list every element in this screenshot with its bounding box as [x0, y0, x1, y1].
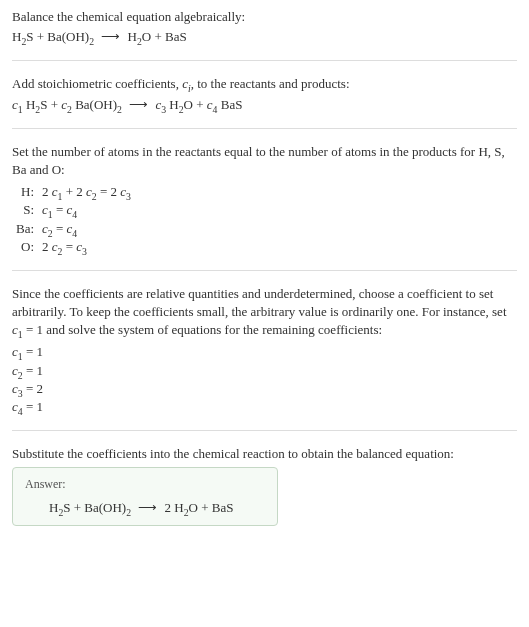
- section-problem: Balance the chemical equation algebraica…: [12, 8, 517, 61]
- atom-table: H:2 c1 + 2 c2 = 2 c3S:c1 = c4Ba:c2 = c4O…: [12, 183, 135, 256]
- solve-text: Since the coefficients are relative quan…: [12, 285, 517, 340]
- answer-box: Answer: H2S + Ba(OH)2 ⟶ 2 H2O + BaS: [12, 467, 278, 526]
- section-answer: Substitute the coefficients into the che…: [12, 445, 517, 526]
- coeff-line: c2 = 1: [12, 362, 517, 380]
- atom-balance-text: Set the number of atoms in the reactants…: [12, 143, 517, 179]
- atom-row: O:2 c2 = c3: [12, 238, 135, 256]
- element-equation: 2 c1 + 2 c2 = 2 c3: [38, 183, 135, 201]
- problem-text: Balance the chemical equation algebraica…: [12, 8, 517, 26]
- element-equation: c1 = c4: [38, 201, 135, 219]
- coeff-line: c1 = 1: [12, 343, 517, 361]
- coeff-line: c3 = 2: [12, 380, 517, 398]
- atom-table-body: H:2 c1 + 2 c2 = 2 c3S:c1 = c4Ba:c2 = c4O…: [12, 183, 135, 256]
- balanced-equation: H2S + Ba(OH)2 ⟶ 2 H2O + BaS: [25, 499, 265, 517]
- element-equation: c2 = c4: [38, 220, 135, 238]
- substitute-text: Substitute the coefficients into the che…: [12, 445, 517, 463]
- coeff-equation: c1 H2S + c2 Ba(OH)2 ⟶ c3 H2O + c4 BaS: [12, 96, 517, 114]
- unbalanced-equation: H2S + Ba(OH)2 ⟶ H2O + BaS: [12, 28, 517, 46]
- atom-row: Ba:c2 = c4: [12, 220, 135, 238]
- atom-row: S:c1 = c4: [12, 201, 135, 219]
- element-equation: 2 c2 = c3: [38, 238, 135, 256]
- coeff-line: c4 = 1: [12, 398, 517, 416]
- element-label: Ba:: [12, 220, 38, 238]
- element-label: O:: [12, 238, 38, 256]
- section-atom-balance: Set the number of atoms in the reactants…: [12, 143, 517, 271]
- section-add-coeffs: Add stoichiometric coefficients, ci, to …: [12, 75, 517, 128]
- coeff-values: c1 = 1c2 = 1c3 = 2c4 = 1: [12, 343, 517, 416]
- section-solve: Since the coefficients are relative quan…: [12, 285, 517, 431]
- add-coeffs-text: Add stoichiometric coefficients, ci, to …: [12, 75, 517, 93]
- element-label: H:: [12, 183, 38, 201]
- element-label: S:: [12, 201, 38, 219]
- atom-row: H:2 c1 + 2 c2 = 2 c3: [12, 183, 135, 201]
- answer-label: Answer:: [25, 476, 265, 493]
